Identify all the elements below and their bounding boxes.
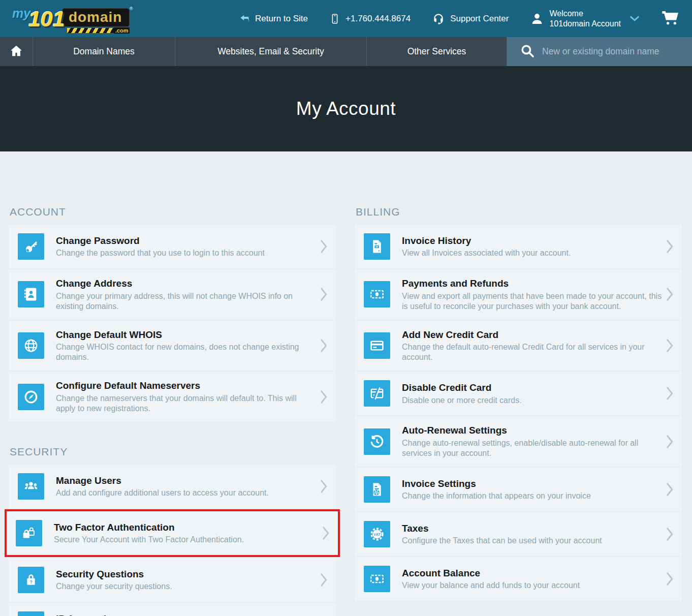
logo-domain-wrap: domain ® .com (62, 8, 130, 33)
menu-item-two-factor-authentication[interactable]: Two Factor Authentication Secure Your Ac… (7, 511, 338, 555)
logo-101: 101 (28, 9, 65, 29)
tab-label: Other Services (407, 46, 466, 57)
phone-number[interactable]: +1.760.444.8674 (329, 13, 411, 25)
left-column: ACCOUNT Change Password Change the passw… (9, 206, 336, 616)
two-locks-icon (16, 520, 42, 546)
return-arrow-icon (239, 13, 250, 24)
tab-label: Domain Names (73, 46, 135, 57)
item-title: Change Default WHOIS (56, 329, 317, 342)
right-column: BILLING Invoice History View all Invoice… (355, 206, 682, 616)
item-subtitle: Secure Your Account with Two Factor Auth… (54, 535, 319, 545)
menu-item-configure-default-nameservers[interactable]: Configure Default Nameservers Change the… (9, 372, 336, 422)
chevron-right-icon (666, 338, 674, 353)
svg-text:?: ? (29, 579, 33, 584)
search-icon (520, 44, 534, 60)
item-title: Taxes (402, 522, 663, 535)
lock-question-icon: ? (18, 567, 44, 593)
logo-tld: .com (114, 27, 130, 34)
tab-other-services[interactable]: Other Services (367, 37, 507, 66)
address-book-icon (18, 281, 44, 307)
vat-gear-icon: VAT (364, 521, 390, 547)
credit-card-icon (364, 332, 390, 359)
menu-item-security-questions[interactable]: ? Security Questions Change your securit… (9, 558, 336, 602)
top-utilities: Return to Site +1.760.444.8674 Support C… (239, 9, 679, 29)
item-subtitle: Disable one or more credit cards. (402, 395, 663, 406)
cart-icon (662, 18, 679, 27)
tab-websites-email-security[interactable]: Websites, Email & Security (175, 37, 367, 66)
menu-item-disable-credit-card[interactable]: Disable Credit Card Disable one or more … (355, 372, 682, 415)
account-name: 101domain Account (549, 19, 621, 29)
chevron-right-icon (320, 239, 328, 254)
tab-domain-names[interactable]: Domain Names (33, 37, 175, 66)
menu-item-auto-renewal-settings[interactable]: Auto-Renewal Settings Change auto-renewa… (355, 416, 682, 467)
menu-item-payments-and-refunds[interactable]: Payments and Refunds View and export all… (355, 269, 682, 320)
phone-number-label: +1.760.444.8674 (345, 14, 411, 24)
item-title: Manage Users (56, 475, 317, 487)
account-menu[interactable]: Welcome 101domain Account (530, 9, 640, 29)
item-subtitle: View all Invoices associated with your a… (402, 248, 663, 258)
menu-item-change-default-whois[interactable]: Change Default WHOIS Change WHOIS contac… (9, 321, 336, 371)
chevron-right-icon (666, 435, 674, 449)
account-welcome: Welcome 101domain Account (549, 9, 621, 29)
cart-button[interactable] (662, 10, 679, 27)
item-subtitle: Change the default auto-renewal Credit C… (402, 342, 663, 362)
history-icon (364, 428, 390, 455)
item-subtitle: Change the information that appears on y… (402, 491, 663, 501)
menu-item-ip-access-logger[interactable]: IP Access Logger View logs showing when … (9, 603, 336, 616)
chevron-right-icon (320, 338, 328, 353)
user-icon (530, 12, 544, 26)
chevron-right-icon (320, 287, 328, 301)
domain-search-bar (507, 37, 692, 66)
support-center-label: Support Center (450, 14, 509, 24)
item-title: Account Balance (402, 567, 663, 580)
menu-item-invoice-history[interactable]: Invoice History View all Invoices associ… (355, 225, 682, 268)
section-header-account: ACCOUNT (10, 206, 336, 218)
menu-item-change-password[interactable]: Change Password Change the password that… (9, 225, 336, 268)
page-banner: My Account (0, 66, 692, 151)
chevron-right-icon (666, 572, 674, 586)
mobile-phone-icon (329, 13, 340, 25)
item-title: Payments and Refunds (402, 278, 663, 290)
item-title: Add New Credit Card (402, 329, 663, 342)
item-subtitle: Add and configure additional users to ac… (56, 488, 317, 498)
money-bill-icon (364, 281, 390, 307)
logo-stripes: .com (67, 28, 130, 33)
item-subtitle: Change WHOIS contact for new domains, do… (56, 342, 317, 362)
menu-item-add-new-credit-card[interactable]: Add New Credit Card Change the default a… (355, 321, 682, 371)
chevron-right-icon (322, 526, 330, 540)
return-to-site-label: Return to Site (255, 14, 308, 24)
users-icon (18, 473, 44, 500)
logo-my: my (12, 6, 30, 21)
item-subtitle: Configure the Taxes that can be used wit… (402, 536, 663, 546)
map-marker-icon (18, 611, 44, 616)
logo-registered-mark: ® (130, 6, 133, 11)
chevron-right-icon (666, 287, 674, 301)
main-nav: Domain Names Websites, Email & Security … (0, 37, 692, 66)
support-center-link[interactable]: Support Center (432, 12, 509, 25)
menu-item-invoice-settings[interactable]: Invoice Settings Change the information … (355, 468, 682, 511)
account-dashboard: ACCOUNT Change Password Change the passw… (0, 151, 692, 616)
item-subtitle: Change the password that you use to logi… (56, 248, 317, 258)
headset-icon (432, 12, 445, 25)
domain-search-input[interactable] (542, 46, 679, 57)
globe-icon (18, 332, 44, 359)
return-to-site-link[interactable]: Return to Site (239, 13, 308, 24)
site-logo[interactable]: my 101 domain ® .com (12, 6, 130, 31)
item-subtitle: Change your primary address, this will n… (56, 291, 317, 312)
item-subtitle: View your balance and add funds to your … (402, 580, 663, 591)
chevron-right-icon (666, 482, 674, 497)
top-bar: my 101 domain ® .com Return to Site +1.7… (0, 0, 692, 37)
welcome-line: Welcome (549, 9, 621, 19)
item-title: Invoice Settings (402, 478, 663, 490)
menu-item-manage-users[interactable]: Manage Users Add and configure additiona… (9, 465, 336, 508)
item-title: Invoice History (402, 235, 663, 248)
home-icon (10, 45, 23, 59)
menu-item-account-balance[interactable]: Account Balance View your balance and ad… (355, 557, 682, 601)
invoice-icon (364, 233, 390, 260)
home-button[interactable] (0, 37, 33, 66)
item-title: Change Password (56, 235, 317, 248)
menu-item-change-address[interactable]: Change Address Change your primary addre… (9, 269, 336, 320)
menu-item-taxes[interactable]: VAT Taxes Configure the Taxes that can b… (355, 512, 682, 556)
section-header-billing: BILLING (356, 206, 682, 218)
chevron-down-icon (629, 15, 640, 23)
